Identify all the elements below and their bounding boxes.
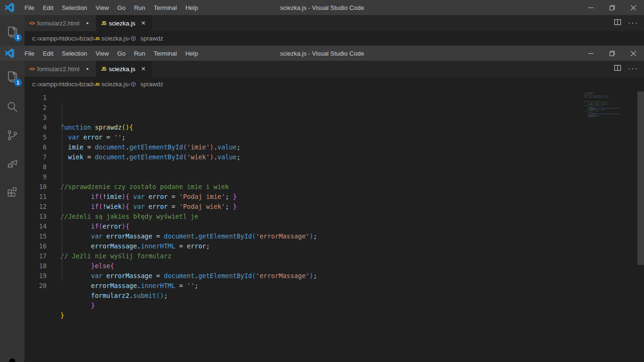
line-number: 1 xyxy=(25,93,47,103)
line-number: 16 xyxy=(25,241,47,251)
code-editor[interactable]: 1234567891011121314151617181920 function… xyxy=(25,91,644,362)
code-line-4: wiek = document.getElementById('wiek').v… xyxy=(60,152,644,162)
symbol-method-icon xyxy=(130,35,139,42)
minimize-button[interactable] xyxy=(580,0,602,15)
vscode-window: FileEditSelectionViewGoRunTerminalHelp s… xyxy=(0,0,644,362)
breadcrumb-item-c[interactable]: c: xyxy=(32,35,37,42)
menu-help[interactable]: Help xyxy=(181,0,202,15)
js-file-icon: JS xyxy=(95,82,99,87)
breadcrumb-item-sciezkajs[interactable]: JSsciezka.js xyxy=(95,81,128,88)
breadcrumb-label: sciezka.js xyxy=(101,81,128,88)
tab-formularz2.html[interactable]: <>formularz2.html● xyxy=(25,61,96,77)
menu-view[interactable]: View xyxy=(91,0,113,15)
line-number: 11 xyxy=(25,192,47,202)
menu-go[interactable]: Go xyxy=(113,46,130,61)
menu-edit[interactable]: Edit xyxy=(39,46,58,61)
breadcrumb-item-sprawdz[interactable]: sprawdz xyxy=(130,81,163,88)
breadcrumb-item-xampp[interactable]: xampp xyxy=(39,81,57,88)
breadcrumb-item-c[interactable]: c: xyxy=(32,81,37,88)
menu-edit[interactable]: Edit xyxy=(39,0,58,15)
breadcrumb-item-bzad[interactable]: bzad xyxy=(80,35,93,42)
modified-dot-icon: ● xyxy=(83,66,91,71)
close-button[interactable] xyxy=(623,0,644,15)
breadcrumb-item-xampp[interactable]: xampp xyxy=(39,35,57,42)
activity-bar-segment: 1 xyxy=(0,15,25,46)
restore-button[interactable] xyxy=(602,46,623,61)
code-line-13: errorMassage.innerHTML = error; xyxy=(60,241,644,251)
tab-sciezka.js[interactable]: JSsciezka.js✕ xyxy=(96,15,152,31)
tab-sciezka.js[interactable]: JSsciezka.js✕ xyxy=(96,61,152,77)
menu-go[interactable]: Go xyxy=(113,0,130,15)
activity-bar: 1 xyxy=(0,61,25,362)
header-band-1: 1 <>formularz2.html●JSsciezka.js✕ ··· c:… xyxy=(0,15,644,46)
menu-view[interactable]: View xyxy=(91,46,113,61)
breadcrumb-label: sprawdz xyxy=(140,81,163,88)
menu-run[interactable]: Run xyxy=(130,0,149,15)
tab-actions-2: ··· xyxy=(614,61,644,77)
run-and-debug-icon[interactable] xyxy=(1,152,24,175)
explorer-badge: 1 xyxy=(14,79,22,86)
explorer-icon[interactable]: 1 xyxy=(1,66,24,88)
close-button[interactable] xyxy=(623,46,644,61)
code-line-20: } xyxy=(60,311,644,321)
minimap[interactable]: function sprawdz(){ var error = ''; imie… xyxy=(584,92,636,135)
menu-help[interactable]: Help xyxy=(181,46,202,61)
code-line-9: if(!wiek){ var error = 'Podaj wiek'; } xyxy=(60,202,644,212)
menu-terminal[interactable]: Terminal xyxy=(149,46,181,61)
tab-strip: <>formularz2.html●JSsciezka.js✕ ··· xyxy=(25,15,644,31)
line-number: 8 xyxy=(25,162,47,172)
window-title: sciezka.js - Visual Studio Code xyxy=(280,0,364,15)
breadcrumb-item-bzad[interactable]: bzad xyxy=(80,81,93,88)
code-line-17: errorMassage.innerHTML = ''; xyxy=(60,281,644,291)
tab-formularz2.html[interactable]: <>formularz2.html● xyxy=(25,15,96,31)
tabs-2: <>formularz2.html●JSsciezka.js✕ xyxy=(25,61,152,77)
code-line-7: //sprawdzenie czy zostało podane imie i … xyxy=(60,182,644,192)
extensions-icon[interactable] xyxy=(1,181,24,203)
code-line-2: var error = ''; xyxy=(60,132,644,142)
breadcrumb-item-htdocs[interactable]: htdocs xyxy=(59,81,77,88)
breadcrumb-label: c: xyxy=(32,81,37,88)
window-controls xyxy=(580,0,644,15)
restore-button[interactable] xyxy=(602,0,623,15)
breadcrumb-item-sprawdz[interactable]: sprawdz xyxy=(130,35,163,42)
main-band: 1 <>formularz2.html●JSsciezka.js✕ xyxy=(0,61,644,362)
menu-selection[interactable]: Selection xyxy=(58,46,91,61)
tab-close-icon[interactable]: ✕ xyxy=(140,20,147,26)
line-number: 14 xyxy=(25,222,47,231)
code-line-1: function sprawdz(){ xyxy=(60,123,644,132)
symbol-method-icon xyxy=(130,81,139,88)
breadcrumb-item-sciezkajs[interactable]: JSsciezka.js xyxy=(95,35,128,42)
tab-label: sciezka.js xyxy=(109,20,135,27)
window-controls-2 xyxy=(580,46,644,61)
split-editor-icon[interactable] xyxy=(614,64,621,74)
more-actions-icon[interactable]: ··· xyxy=(628,19,638,27)
line-numbers: 1234567891011121314151617181920 xyxy=(25,91,57,362)
manage-gear-icon[interactable] xyxy=(0,354,25,362)
menu-file[interactable]: File xyxy=(20,0,39,15)
tab-strip-2: <>formularz2.html●JSsciezka.js✕ ··· xyxy=(25,61,644,77)
menu-file[interactable]: File xyxy=(20,46,39,61)
explorer-icon[interactable]: 1 xyxy=(1,21,24,43)
tab-close-icon[interactable]: ✕ xyxy=(140,66,147,72)
window-title-2: sciezka.js - Visual Studio Code xyxy=(280,46,364,61)
minimize-button[interactable] xyxy=(580,46,602,61)
menu-selection[interactable]: Selection xyxy=(58,0,91,15)
line-number: 5 xyxy=(25,132,47,142)
menu-terminal[interactable]: Terminal xyxy=(149,0,181,15)
search-icon[interactable] xyxy=(1,96,24,118)
breadcrumb-item-htdocs[interactable]: htdocs xyxy=(59,35,77,42)
vertical-scrollbar[interactable] xyxy=(637,91,644,265)
breadcrumb-label: bzad xyxy=(80,35,93,42)
code-line-16: var errorMassage = document.getElementBy… xyxy=(60,271,644,281)
menu-run[interactable]: Run xyxy=(130,46,149,61)
tab-label: sciezka.js xyxy=(109,66,135,73)
code-line-10: //Jeżeli są jakies błędy wyświetl je xyxy=(60,212,644,222)
line-number: 12 xyxy=(25,202,47,212)
line-number: 20 xyxy=(25,281,47,291)
js-file-icon: JS xyxy=(95,36,99,41)
line-number: 2 xyxy=(25,103,47,113)
line-number: 7 xyxy=(25,152,47,162)
source-control-icon[interactable] xyxy=(1,124,24,147)
more-actions-icon[interactable]: ··· xyxy=(628,65,638,73)
split-editor-icon[interactable] xyxy=(614,18,621,28)
